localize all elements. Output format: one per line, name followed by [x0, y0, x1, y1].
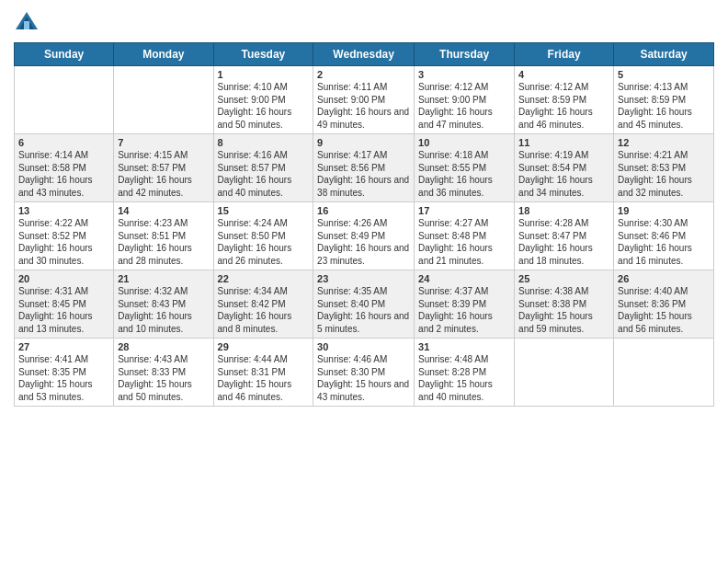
calendar-day-cell: 2Sunrise: 4:11 AM Sunset: 9:00 PM Daylig…: [313, 66, 415, 134]
day-number: 7: [118, 137, 209, 148]
logo: [14, 9, 43, 35]
day-number: 26: [618, 273, 710, 284]
day-number: 6: [18, 137, 109, 148]
day-info: Sunrise: 4:13 AM Sunset: 8:59 PM Dayligh…: [618, 81, 710, 131]
calendar-day-cell: 20Sunrise: 4:31 AM Sunset: 8:45 PM Dayli…: [15, 270, 114, 339]
day-number: 27: [18, 341, 109, 352]
day-info: Sunrise: 4:15 AM Sunset: 8:57 PM Dayligh…: [118, 149, 209, 199]
calendar-week-row: 6Sunrise: 4:14 AM Sunset: 8:58 PM Daylig…: [15, 134, 714, 202]
calendar-day-cell: [15, 66, 114, 134]
day-info: Sunrise: 4:10 AM Sunset: 9:00 PM Dayligh…: [218, 81, 310, 131]
calendar-day-cell: 4Sunrise: 4:12 AM Sunset: 8:59 PM Daylig…: [515, 66, 614, 134]
day-number: 30: [317, 341, 410, 352]
day-info: Sunrise: 4:34 AM Sunset: 8:42 PM Dayligh…: [218, 285, 310, 335]
day-number: 8: [218, 137, 310, 148]
calendar-day-cell: 16Sunrise: 4:26 AM Sunset: 8:49 PM Dayli…: [313, 202, 415, 270]
calendar-day-cell: 31Sunrise: 4:48 AM Sunset: 8:28 PM Dayli…: [415, 339, 515, 407]
calendar-day-cell: 10Sunrise: 4:18 AM Sunset: 8:55 PM Dayli…: [415, 134, 515, 202]
day-number: 11: [518, 137, 609, 148]
calendar-day-cell: 26Sunrise: 4:40 AM Sunset: 8:36 PM Dayli…: [614, 270, 714, 339]
day-info: Sunrise: 4:26 AM Sunset: 8:49 PM Dayligh…: [317, 217, 410, 267]
day-info: Sunrise: 4:30 AM Sunset: 8:46 PM Dayligh…: [618, 217, 710, 267]
calendar-day-cell: 29Sunrise: 4:44 AM Sunset: 8:31 PM Dayli…: [213, 339, 313, 407]
day-info: Sunrise: 4:43 AM Sunset: 8:33 PM Dayligh…: [118, 353, 209, 403]
day-number: 4: [518, 69, 609, 80]
day-info: Sunrise: 4:38 AM Sunset: 8:38 PM Dayligh…: [518, 285, 609, 335]
page: SundayMondayTuesdayWednesdayThursdayFrid…: [0, 0, 728, 563]
day-info: Sunrise: 4:12 AM Sunset: 8:59 PM Dayligh…: [518, 81, 609, 131]
calendar-day-cell: 9Sunrise: 4:17 AM Sunset: 8:56 PM Daylig…: [313, 134, 415, 202]
calendar-week-row: 27Sunrise: 4:41 AM Sunset: 8:35 PM Dayli…: [15, 339, 714, 407]
calendar-day-cell: 22Sunrise: 4:34 AM Sunset: 8:42 PM Dayli…: [213, 270, 313, 339]
calendar-day-cell: 28Sunrise: 4:43 AM Sunset: 8:33 PM Dayli…: [114, 339, 213, 407]
calendar-day-cell: 1Sunrise: 4:10 AM Sunset: 9:00 PM Daylig…: [213, 66, 313, 134]
weekday-header: Saturday: [614, 43, 714, 66]
header: [14, 9, 714, 35]
day-info: Sunrise: 4:44 AM Sunset: 8:31 PM Dayligh…: [218, 353, 310, 403]
calendar-day-cell: [114, 66, 213, 134]
day-info: Sunrise: 4:16 AM Sunset: 8:57 PM Dayligh…: [218, 149, 310, 199]
svg-rect-2: [24, 21, 29, 29]
day-number: 31: [418, 341, 510, 352]
day-info: Sunrise: 4:32 AM Sunset: 8:43 PM Dayligh…: [118, 285, 209, 335]
calendar-day-cell: 23Sunrise: 4:35 AM Sunset: 8:40 PM Dayli…: [313, 270, 415, 339]
day-number: 22: [218, 273, 310, 284]
day-number: 2: [317, 69, 410, 80]
calendar-day-cell: 8Sunrise: 4:16 AM Sunset: 8:57 PM Daylig…: [213, 134, 313, 202]
calendar-day-cell: 15Sunrise: 4:24 AM Sunset: 8:50 PM Dayli…: [213, 202, 313, 270]
day-number: 24: [418, 273, 510, 284]
weekday-header: Wednesday: [313, 43, 415, 66]
day-number: 25: [518, 273, 609, 284]
calendar-day-cell: 6Sunrise: 4:14 AM Sunset: 8:58 PM Daylig…: [15, 134, 114, 202]
calendar-day-cell: 27Sunrise: 4:41 AM Sunset: 8:35 PM Dayli…: [15, 339, 114, 407]
day-number: 12: [618, 137, 710, 148]
day-info: Sunrise: 4:17 AM Sunset: 8:56 PM Dayligh…: [317, 149, 410, 199]
calendar-day-cell: 19Sunrise: 4:30 AM Sunset: 8:46 PM Dayli…: [614, 202, 714, 270]
day-number: 17: [418, 205, 510, 216]
day-number: 9: [317, 137, 410, 148]
day-number: 18: [518, 205, 609, 216]
day-info: Sunrise: 4:31 AM Sunset: 8:45 PM Dayligh…: [18, 285, 109, 335]
day-number: 10: [418, 137, 510, 148]
day-number: 28: [118, 341, 209, 352]
day-info: Sunrise: 4:22 AM Sunset: 8:52 PM Dayligh…: [18, 217, 109, 267]
day-info: Sunrise: 4:23 AM Sunset: 8:51 PM Dayligh…: [118, 217, 209, 267]
calendar-week-row: 20Sunrise: 4:31 AM Sunset: 8:45 PM Dayli…: [15, 270, 714, 339]
day-info: Sunrise: 4:37 AM Sunset: 8:39 PM Dayligh…: [418, 285, 510, 335]
calendar-day-cell: 18Sunrise: 4:28 AM Sunset: 8:47 PM Dayli…: [515, 202, 614, 270]
weekday-header: Sunday: [15, 43, 114, 66]
day-info: Sunrise: 4:19 AM Sunset: 8:54 PM Dayligh…: [518, 149, 609, 199]
calendar-day-cell: [515, 339, 614, 407]
day-info: Sunrise: 4:18 AM Sunset: 8:55 PM Dayligh…: [418, 149, 510, 199]
day-info: Sunrise: 4:27 AM Sunset: 8:48 PM Dayligh…: [418, 217, 510, 267]
calendar-day-cell: [614, 339, 714, 407]
day-number: 16: [317, 205, 410, 216]
calendar-day-cell: 11Sunrise: 4:19 AM Sunset: 8:54 PM Dayli…: [515, 134, 614, 202]
calendar-day-cell: 30Sunrise: 4:46 AM Sunset: 8:30 PM Dayli…: [313, 339, 415, 407]
day-number: 1: [218, 69, 310, 80]
calendar-week-row: 1Sunrise: 4:10 AM Sunset: 9:00 PM Daylig…: [15, 66, 714, 134]
day-info: Sunrise: 4:40 AM Sunset: 8:36 PM Dayligh…: [618, 285, 710, 335]
calendar-day-cell: 24Sunrise: 4:37 AM Sunset: 8:39 PM Dayli…: [415, 270, 515, 339]
day-number: 19: [618, 205, 710, 216]
weekday-header: Monday: [114, 43, 213, 66]
day-number: 21: [118, 273, 209, 284]
day-info: Sunrise: 4:11 AM Sunset: 9:00 PM Dayligh…: [317, 81, 410, 131]
calendar-day-cell: 21Sunrise: 4:32 AM Sunset: 8:43 PM Dayli…: [114, 270, 213, 339]
day-info: Sunrise: 4:21 AM Sunset: 8:53 PM Dayligh…: [618, 149, 710, 199]
day-info: Sunrise: 4:41 AM Sunset: 8:35 PM Dayligh…: [18, 353, 109, 403]
day-info: Sunrise: 4:28 AM Sunset: 8:47 PM Dayligh…: [518, 217, 609, 267]
calendar-day-cell: 14Sunrise: 4:23 AM Sunset: 8:51 PM Dayli…: [114, 202, 213, 270]
day-number: 3: [418, 69, 510, 80]
calendar-day-cell: 13Sunrise: 4:22 AM Sunset: 8:52 PM Dayli…: [15, 202, 114, 270]
weekday-header: Thursday: [415, 43, 515, 66]
weekday-header: Friday: [515, 43, 614, 66]
day-number: 20: [18, 273, 109, 284]
calendar-day-cell: 3Sunrise: 4:12 AM Sunset: 9:00 PM Daylig…: [415, 66, 515, 134]
calendar-day-cell: 17Sunrise: 4:27 AM Sunset: 8:48 PM Dayli…: [415, 202, 515, 270]
day-number: 5: [618, 69, 710, 80]
calendar-day-cell: 7Sunrise: 4:15 AM Sunset: 8:57 PM Daylig…: [114, 134, 213, 202]
day-number: 13: [18, 205, 109, 216]
calendar-day-cell: 12Sunrise: 4:21 AM Sunset: 8:53 PM Dayli…: [614, 134, 714, 202]
day-number: 14: [118, 205, 209, 216]
